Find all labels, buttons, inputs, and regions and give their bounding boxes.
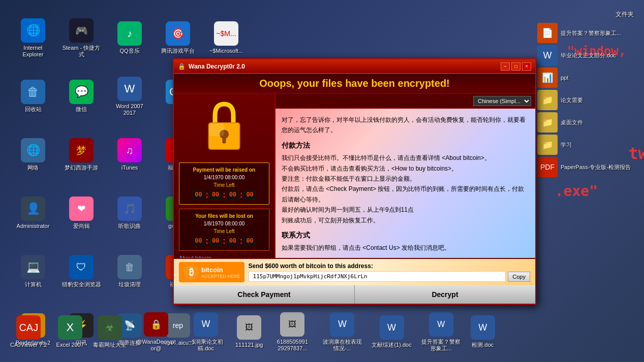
icon-admin[interactable]: 👤 Administrator (10, 185, 56, 241)
folder-label: 文件夹 (616, 10, 634, 19)
svg-rect-3 (222, 136, 226, 143)
recycle-icon-img: 🗑 (21, 80, 45, 104)
right-item-7[interactable]: PDF PaperPass-专业版-检测报告 (537, 157, 634, 177)
wana-dec-label: @WanaDecryptor@ (136, 339, 176, 352)
payment-raised-box: Payment will be raised on 1/4/1970 08:00… (179, 162, 269, 205)
files-lost-timeleft: Time Left (183, 228, 265, 234)
right-item-4[interactable]: 📁 论文需要 (537, 90, 634, 110)
qq-music-icon-img: ♪ (117, 21, 142, 46)
icon-wechat[interactable]: 💬 微信 (58, 69, 104, 124)
aishang-label: 爱尚辑 (73, 223, 90, 229)
minimize-button[interactable]: − (501, 62, 510, 71)
icon-network[interactable]: 🌐 网络 (10, 127, 56, 183)
icon-cajviewer[interactable]: CAJ CAJViewer 7.2 (8, 310, 50, 354)
steam-label: Steam - 快捷方式 (61, 45, 102, 58)
icon-ms[interactable]: ~$M... ~$Microsoft... (203, 10, 249, 66)
right-icon-folder3: 📁 (537, 135, 558, 155)
address-row: Copy (249, 271, 530, 282)
icon-jpg2[interactable]: 🖼 6188505991 29297837... (269, 310, 315, 354)
doc-report-label: 波润康在校表现情况-... (322, 339, 362, 352)
icon-computer[interactable]: 💻 计算机 (10, 244, 56, 300)
icon-excel[interactable]: X Excel 2007 (54, 310, 86, 354)
right-label-7: PaperPass-专业版-检测报告 (561, 163, 634, 171)
icon-poison[interactable]: ☣ 毒霸网址大全 (90, 310, 129, 354)
right-label-4: 论文需要 (561, 96, 634, 104)
icon-doc-draft[interactable]: W ~$润乘论文初稿.doc (183, 310, 229, 354)
icon-doc-detect[interactable]: W 检测.doc (468, 310, 498, 354)
icon-jpg1[interactable]: 🖼 111121.jpg (233, 310, 265, 354)
icon-word[interactable]: W Word 2007 2017 (107, 69, 152, 124)
steam-icon: 🎮 (69, 18, 94, 43)
music-label: 听歌识曲 (118, 223, 141, 229)
timer-seg-3: 00 (227, 190, 239, 200)
files-lost-box: Your files will be lost on 1/8/1970 08:0… (179, 209, 269, 251)
right-icon-pdf: PDF (537, 157, 558, 177)
mhxy-icon-img: 梦 (69, 138, 94, 162)
ie-icon: 🌐 (21, 18, 45, 43)
qihoo-label: 猎豹安全浏览器 (62, 281, 101, 288)
bitcoin-sublabel: ACCEPTED HERE (201, 274, 240, 279)
trash-label: 垃圾清理 (118, 281, 141, 288)
doc-ans-label: 提升答案？警察形象工... (421, 339, 462, 352)
icon-trash[interactable]: 🗑 垃圾清理 (107, 244, 152, 300)
network-icon-img: 🌐 (21, 138, 45, 162)
bitcoin-address-area: Send $600 worth of bitcoin to this addre… (249, 262, 530, 282)
files-lost-timer: 00 : 00 : 00 : 00 (183, 236, 265, 246)
maximize-button[interactable]: □ (511, 62, 520, 71)
send-amount-text: Send $600 worth of bitcoin to this addre… (249, 262, 530, 270)
desktop: "window, you deleted tware. .exe" in any… (0, 0, 644, 362)
timer-seg-1: 00 (192, 190, 204, 200)
right-item-5[interactable]: 📁 桌面文件 (537, 112, 634, 133)
aishang-icon-img: ❤ (69, 196, 94, 221)
right-item-1[interactable]: 📄 提升答案？警察形象工... (537, 23, 634, 43)
decrypt-button[interactable]: Decrypt (355, 285, 535, 304)
icon-qq-music[interactable]: ♪ QQ音乐 (107, 10, 152, 66)
doc-ans-icon: W (429, 312, 453, 337)
icon-internet-explorer[interactable]: 🌐 Internet Explorer (10, 10, 56, 66)
language-select[interactable]: Chinese (Simpl... English (473, 96, 531, 106)
bitcoin-name: bitcoin (201, 266, 240, 274)
icon-wana-dec[interactable]: 🔒 @WanaDecryptor@ (133, 310, 179, 354)
icon-qihoo[interactable]: 🛡 猎豹安全浏览器 (58, 244, 104, 300)
copy-address-button[interactable]: Copy (508, 272, 530, 282)
icon-tencent[interactable]: 🎯 腾讯游戏平台 (155, 10, 201, 66)
right-item-6[interactable]: 📁 学习 (537, 135, 634, 155)
lang-selector-row: Chinese (Simpl... English (275, 94, 535, 109)
poison-label: 毒霸网址大全 (93, 342, 127, 348)
icon-recycle[interactable]: 🗑 回收站 (10, 69, 56, 124)
dialog-body: Payment will be raised on 1/4/1970 08:00… (174, 94, 535, 258)
network-label: 网络 (27, 164, 39, 171)
action-buttons: Check Payment Decrypt (174, 285, 535, 304)
payment-raised-timeleft: Time Left (183, 182, 265, 188)
right-item-2[interactable]: W 毕业论文正文部分.doc (537, 45, 634, 65)
svg-text:₿: ₿ (189, 267, 194, 277)
bitcoin-address-input[interactable] (249, 271, 506, 282)
payment-raised-timer: 00 : 00 : 00 : 00 (183, 190, 265, 200)
tencent-label: 腾讯游戏平台 (161, 48, 195, 54)
itunes-label: iTunes (121, 164, 138, 171)
itunes-icon-img: ♫ (117, 138, 142, 162)
close-button[interactable]: × (522, 62, 531, 71)
icon-music[interactable]: 🎵 听歌识曲 (107, 185, 152, 241)
bitcoin-row: ₿ bitcoin ACCEPTED HERE Send $600 worth … (174, 259, 535, 285)
icon-mhxy[interactable]: 梦 梦幻西游手游 (58, 127, 104, 183)
ms-icon-img: ~$M... (214, 21, 238, 46)
payment-raised-label: Payment will be raised on (183, 167, 265, 173)
check-payment-button[interactable]: Check Payment (174, 285, 355, 304)
text-content-area: 对了，忘了告诉你，对半年以上没钱付款的穷人，会有活动免费恢复，能否轮到你，就要看… (275, 109, 535, 258)
ie-label: Internet Explorer (13, 45, 53, 58)
dialog-right-panel: Chinese (Simpl... English 对了，忘了告诉你，对半年以上… (275, 94, 535, 258)
payment-method-body: 我们只会接受比特币。不懂比特币是什么，请点击查看详情 <About bitcoi… (282, 153, 529, 225)
icon-steam[interactable]: 🎮 Steam - 快捷方式 (58, 10, 104, 66)
icon-aishang[interactable]: ❤ 爱尚辑 (58, 185, 104, 241)
caj-label: CAJViewer 7.2 (10, 342, 47, 348)
files-lost-date: 1/8/1970 08:00:00 (183, 221, 265, 226)
icon-doc-review[interactable]: W 文献综述(1).doc (369, 310, 414, 354)
right-item-3[interactable]: 📊 ppt (537, 68, 634, 88)
wechat-label: 微信 (76, 106, 87, 113)
right-label-2: 毕业论文正文部分.doc (561, 52, 634, 59)
icon-doc-ans[interactable]: W 提升答案？警察形象工... (418, 310, 464, 354)
wechat-icon-img: 💬 (69, 80, 94, 104)
icon-itunes[interactable]: ♫ iTunes (107, 127, 152, 183)
icon-doc-report[interactable]: W 波润康在校表现情况-... (319, 310, 365, 354)
